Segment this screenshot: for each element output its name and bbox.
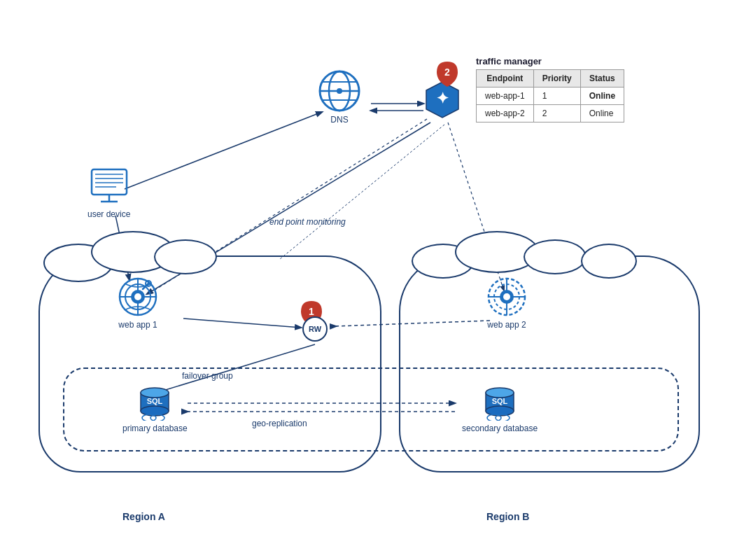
architecture-diagram: DNS ✦ 2 traffic manager Endpoint Priorit…	[0, 0, 744, 560]
table-row: web-app-2 2 Online	[477, 105, 624, 122]
svg-text:SQL: SQL	[147, 397, 163, 405]
dns-icon	[318, 70, 360, 112]
endpoint-2: web-app-2	[477, 105, 534, 122]
secondary-db-label: secondary database	[462, 424, 538, 433]
web-app-2-group: web app 2	[486, 276, 527, 330]
user-device-label: user device	[87, 209, 130, 219]
svg-rect-22	[92, 169, 127, 195]
rw-circle: RW	[302, 316, 328, 342]
badge-2: 2	[437, 62, 458, 90]
secondary-db-group: SQL secondary database	[462, 382, 538, 433]
svg-point-34	[134, 293, 141, 300]
web-app-2-label: web app 2	[487, 320, 526, 330]
primary-db-label: primary database	[122, 424, 188, 433]
svg-text:SQL: SQL	[492, 397, 508, 405]
col-endpoint: Endpoint	[477, 70, 534, 88]
svg-text:2: 2	[444, 66, 450, 78]
priority-2: 2	[533, 105, 580, 122]
status-2: Online	[580, 105, 624, 122]
svg-point-42	[503, 293, 510, 300]
user-device-group: user device	[87, 168, 130, 219]
endpoint-1: web-app-1	[477, 88, 534, 105]
status-1: Online	[580, 88, 624, 105]
region-a-label: Region A	[122, 511, 165, 522]
svg-text:1: 1	[309, 306, 314, 317]
svg-line-12	[280, 125, 444, 259]
web-app-2-icon	[486, 276, 527, 317]
primary-db-icon: SQL	[135, 382, 174, 421]
secondary-db-icon: SQL	[480, 382, 519, 421]
svg-point-18	[337, 88, 342, 94]
priority-1: 1	[533, 88, 580, 105]
col-status: Status	[580, 70, 624, 88]
dns-label: DNS	[330, 115, 348, 125]
tm-data-table: Endpoint Priority Status web-app-1 1 Onl…	[476, 69, 624, 122]
web-app-1-label: web app 1	[118, 320, 157, 330]
svg-text:✦: ✦	[436, 90, 449, 107]
web-app-1-group: web app 1	[118, 276, 158, 330]
traffic-manager-table-title: traffic manager	[476, 56, 624, 66]
geo-replication-label: geo-replication	[252, 419, 307, 428]
svg-point-45	[141, 388, 169, 398]
svg-point-51	[486, 388, 514, 398]
col-priority: Priority	[533, 70, 580, 88]
endpoint-monitoring-label: end point monitoring	[269, 217, 346, 227]
rw-label: RW	[309, 325, 321, 333]
user-device-icon	[88, 168, 130, 206]
primary-db-group: SQL primary database	[122, 382, 188, 433]
failover-group-label: failover group	[182, 371, 233, 381]
region-b-label: Region B	[486, 511, 529, 522]
dns-icon-group: DNS	[318, 70, 360, 125]
traffic-manager-table: traffic manager Endpoint Priority Status…	[476, 56, 624, 122]
svg-line-0	[125, 112, 322, 189]
web-app-1-icon	[118, 276, 158, 317]
table-row: web-app-1 1 Online	[477, 88, 624, 105]
